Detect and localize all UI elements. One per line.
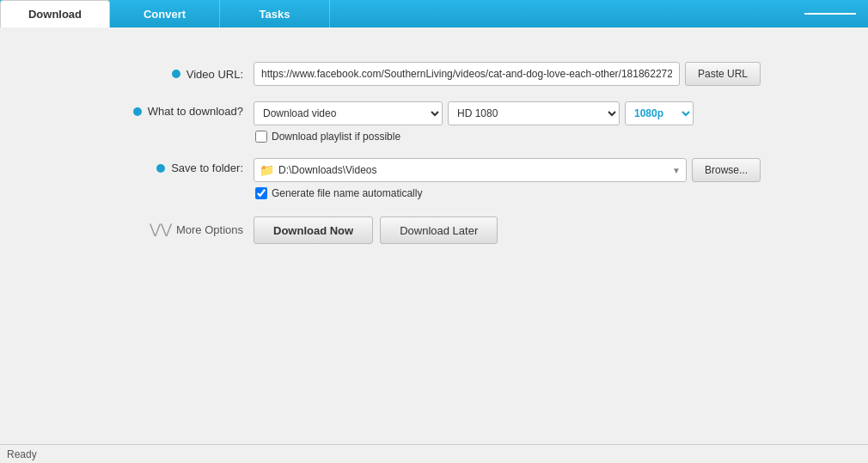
menu-button[interactable] [792,0,868,27]
save-to-folder-dot [156,164,165,173]
what-to-download-label-area: What to download? [107,101,254,118]
video-url-label-area: Video URL: [107,68,254,81]
video-url-dot [172,70,180,78]
tab-tasks[interactable]: Tasks [220,0,330,27]
folder-selects: 📁 D:\Downloads\Videos ▼ D:\Downloads\Vid… [254,158,761,182]
download-type-selects: Download video Download audio Download s… [254,101,761,125]
what-to-download-row: What to download? Download video Downloa… [107,101,761,143]
more-options-area: ⋁⋁ More Options [107,222,254,236]
download-type-wrap: Download video Download audio Download s… [254,101,761,143]
filename-label: Generate file name automatically [272,187,422,199]
save-to-folder-label-area: Save to folder: [107,158,254,174]
tab-download-label: Download [28,8,82,21]
paste-url-button[interactable]: Paste URL [685,62,761,86]
playlist-label: Download playlist if possible [272,131,400,143]
filename-checkbox[interactable] [255,187,267,199]
resolution-select[interactable]: 1080p 720p 480p 360p [625,101,694,125]
video-url-label: Video URL: [186,68,243,81]
more-options-chevron: ⋁⋁ [150,222,172,236]
form-area: Video URL: Paste URL What to download? D… [107,62,761,244]
tab-convert[interactable]: Convert [110,0,220,27]
tab-tasks-label: Tasks [260,8,290,21]
more-options-label: More Options [176,223,243,236]
tab-download[interactable]: Download [0,0,110,27]
save-to-folder-row: Save to folder: 📁 D:\Downloads\Videos ▼ … [107,158,761,199]
save-to-folder-label: Save to folder: [171,161,243,174]
tab-bar: Download Convert Tasks [0,0,868,27]
browse-button[interactable]: Browse... [692,158,761,182]
status-bar: Ready [0,444,868,463]
quality-select[interactable]: HD 1080 HD 720 SD 480 SD 360 [448,101,620,125]
playlist-checkbox[interactable] [255,131,267,143]
playlist-check-row: Download playlist if possible [255,131,761,143]
folder-wrap: 📁 D:\Downloads\Videos ▼ D:\Downloads\Vid… [254,158,761,199]
video-url-input[interactable] [254,62,680,86]
what-to-download-dot [133,107,142,116]
tab-convert-label: Convert [144,8,186,21]
url-input-wrap: Paste URL [254,62,761,86]
filename-check-row: Generate file name automatically [255,187,761,199]
video-url-row: Video URL: Paste URL [107,62,761,86]
action-buttons: Download Now Download Later [254,216,498,244]
status-text: Ready [7,448,37,460]
download-later-button[interactable]: Download Later [380,216,498,244]
bottom-row: ⋁⋁ More Options Download Now Download La… [107,215,761,244]
download-now-button[interactable]: Download Now [254,216,373,244]
more-options-button[interactable]: ⋁⋁ More Options [150,222,243,236]
download-type-select[interactable]: Download video Download audio Download s… [254,101,443,125]
folder-path-wrapper: 📁 D:\Downloads\Videos ▼ D:\Downloads\Vid… [254,158,687,182]
main-content: Video URL: Paste URL What to download? D… [0,27,868,444]
what-to-download-label: What to download? [148,105,243,118]
